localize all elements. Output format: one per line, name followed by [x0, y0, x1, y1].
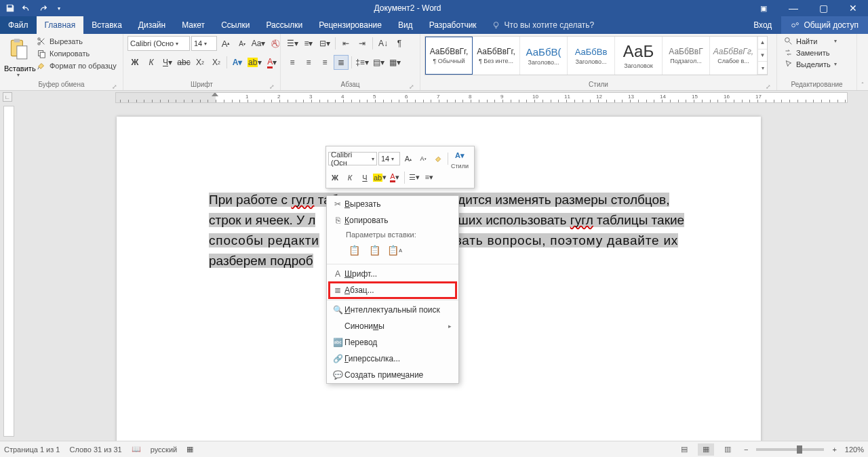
- tab-layout[interactable]: Макет: [174, 16, 213, 34]
- mini-bullets-button[interactable]: ☰▾: [408, 171, 421, 184]
- tab-references[interactable]: Ссылки: [213, 16, 258, 34]
- text-effects-button[interactable]: A▾: [230, 55, 245, 70]
- mini-highlight-button[interactable]: ab▾: [373, 171, 387, 184]
- styles-up-icon[interactable]: ▲: [757, 37, 767, 49]
- status-macro-icon[interactable]: ▦: [186, 445, 193, 454]
- tab-mailings[interactable]: Рассылки: [258, 16, 311, 34]
- styles-more-icon[interactable]: ▾: [757, 62, 767, 75]
- multilevel-button[interactable]: ⊟▾: [317, 36, 332, 51]
- mini-styles-button[interactable]: A▾: [453, 149, 467, 163]
- underline-button[interactable]: Ч▾: [160, 55, 175, 70]
- select-button[interactable]: Выделить▾: [781, 59, 840, 69]
- ctx-paragraph[interactable]: ≣Абзац...: [327, 282, 458, 298]
- italic-button[interactable]: К: [144, 55, 159, 70]
- find-button[interactable]: Найти▾: [781, 36, 840, 46]
- cut-button[interactable]: Вырезать: [35, 36, 118, 47]
- status-words[interactable]: Слово 31 из 31: [69, 445, 121, 454]
- save-icon[interactable]: [3, 1, 18, 16]
- paragraph-launcher-icon[interactable]: ⤢: [409, 83, 414, 90]
- minimize-icon[interactable]: —: [778, 0, 808, 16]
- view-print-icon[interactable]: ▦: [698, 443, 714, 456]
- maximize-icon[interactable]: ▢: [808, 0, 838, 16]
- mini-underline-button[interactable]: Ч: [358, 171, 372, 184]
- bullets-button[interactable]: ☰▾: [285, 36, 300, 51]
- style-heading2[interactable]: АаБбВвЗаголово...: [568, 37, 615, 75]
- increase-indent-button[interactable]: ⇥: [355, 36, 370, 51]
- strike-button[interactable]: abc: [176, 55, 191, 70]
- selected-text[interactable]: При работе с гугл таблицами часто приход…: [209, 190, 719, 271]
- paste-text-only-icon[interactable]: 📋A: [387, 242, 403, 258]
- status-spell-icon[interactable]: 📖: [132, 445, 141, 454]
- signin-button[interactable]: Вход: [744, 20, 781, 30]
- font-name-combo[interactable]: Calibri (Осно▾: [127, 36, 190, 51]
- align-center-button[interactable]: ≡: [301, 55, 316, 70]
- collapse-ribbon-icon[interactable]: ˆ: [857, 34, 868, 90]
- tell-me-search[interactable]: Что вы хотите сделать?: [492, 20, 595, 30]
- tab-design[interactable]: Дизайн: [130, 16, 174, 34]
- styles-down-icon[interactable]: ▼: [757, 49, 767, 62]
- line-spacing-button[interactable]: ‡≡▾: [355, 55, 370, 70]
- undo-icon[interactable]: [19, 1, 34, 16]
- zoom-slider[interactable]: [756, 448, 824, 451]
- horizontal-ruler[interactable]: 1234567891011121314151617: [115, 92, 848, 103]
- tab-review[interactable]: Рецензирование: [311, 16, 390, 34]
- font-color-button[interactable]: A▾: [264, 55, 279, 70]
- borders-button[interactable]: ▦▾: [387, 55, 402, 70]
- show-marks-button[interactable]: ¶: [392, 36, 407, 51]
- replace-button[interactable]: Заменить: [781, 47, 840, 58]
- style-subtle[interactable]: АаБбВвГг,Слабое в...: [710, 37, 757, 75]
- style-no-spacing[interactable]: АаБбВвГг,¶ Без инте...: [473, 37, 520, 75]
- share-button[interactable]: Общий доступ: [781, 16, 868, 34]
- mini-italic-button[interactable]: К: [343, 171, 357, 184]
- style-subtitle[interactable]: АаБбВвГПодзагол...: [663, 37, 710, 75]
- decrease-indent-button[interactable]: ⇤: [338, 36, 353, 51]
- ctx-synonyms[interactable]: Синонимы▸: [327, 318, 458, 334]
- style-heading1[interactable]: АаБбВ(Заголово...: [520, 37, 568, 75]
- clipboard-launcher-icon[interactable]: ⤢: [112, 83, 117, 90]
- tab-home[interactable]: Главная: [37, 16, 84, 34]
- view-read-icon[interactable]: ▤: [676, 443, 692, 456]
- tab-view[interactable]: Вид: [390, 16, 421, 34]
- ctx-hyperlink[interactable]: 🔗Гиперссылка...: [327, 351, 458, 367]
- qat-more-icon[interactable]: ▾: [52, 1, 66, 16]
- ctx-comment[interactable]: 💬Создать примечание: [327, 367, 458, 383]
- clear-format-button[interactable]: A⃠: [267, 36, 282, 51]
- styles-gallery[interactable]: АаБбВвГг,¶ Обычный АаБбВвГг,¶ Без инте..…: [425, 36, 768, 75]
- font-size-combo[interactable]: 14▾: [191, 36, 217, 51]
- ctx-copy[interactable]: ⎘Копировать: [327, 212, 458, 228]
- view-web-icon[interactable]: ▥: [719, 443, 736, 456]
- vertical-ruler[interactable]: [3, 106, 14, 437]
- align-right-button[interactable]: ≡: [317, 55, 332, 70]
- sort-button[interactable]: A↓: [376, 36, 391, 51]
- superscript-button[interactable]: X2: [209, 55, 224, 70]
- align-left-button[interactable]: ≡: [285, 55, 300, 70]
- numbering-button[interactable]: ≡▾: [301, 36, 316, 51]
- mini-font-combo[interactable]: Calibri (Осн▾: [328, 152, 377, 165]
- mini-font-color-button[interactable]: A▾: [388, 171, 401, 184]
- paste-keep-source-icon[interactable]: 📋: [346, 242, 362, 258]
- mini-size-combo[interactable]: 14▾: [378, 152, 400, 165]
- redo-icon[interactable]: [35, 1, 50, 16]
- copy-button[interactable]: Копировать: [35, 48, 118, 59]
- paste-button[interactable]: Вставить ▼: [4, 36, 33, 77]
- status-language[interactable]: русский: [151, 445, 177, 454]
- ribbon-display-icon[interactable]: ▣: [749, 0, 778, 16]
- zoom-out-button[interactable]: −: [741, 445, 751, 454]
- mini-bold-button[interactable]: Ж: [328, 171, 342, 184]
- mini-grow-button[interactable]: A▴: [401, 152, 415, 165]
- tab-insert[interactable]: Вставка: [83, 16, 130, 34]
- ctx-translate[interactable]: 🔤Перевод: [327, 334, 458, 351]
- styles-launcher-icon[interactable]: ⤢: [766, 83, 771, 90]
- ctx-font[interactable]: AШрифт...: [327, 266, 458, 282]
- zoom-level[interactable]: 120%: [845, 445, 864, 454]
- close-icon[interactable]: ✕: [838, 0, 868, 16]
- mini-format-painter-button[interactable]: [431, 152, 445, 165]
- tab-developer[interactable]: Разработчик: [421, 16, 485, 34]
- zoom-in-button[interactable]: +: [829, 445, 839, 454]
- style-normal[interactable]: АаБбВвГг,¶ Обычный: [425, 37, 473, 75]
- style-title[interactable]: АаБЗаголовок: [615, 37, 663, 75]
- font-launcher-icon[interactable]: ⤢: [269, 83, 275, 90]
- format-painter-button[interactable]: Формат по образцу: [35, 60, 118, 71]
- paste-merge-icon[interactable]: 📋: [366, 242, 382, 258]
- tab-selector-icon[interactable]: ∟: [3, 92, 12, 102]
